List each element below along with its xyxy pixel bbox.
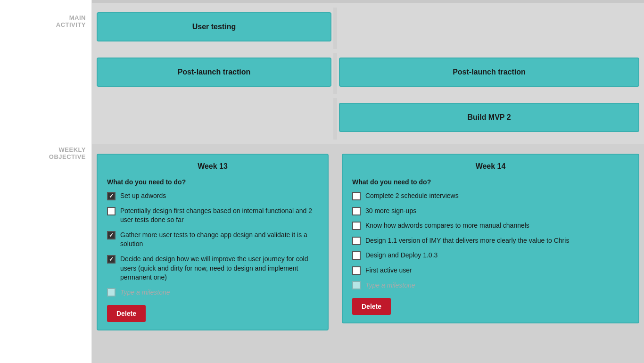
- week13-what-label: What do you need to do?: [107, 178, 318, 186]
- task-checkbox[interactable]: [107, 231, 116, 239]
- list-item[interactable]: Design and Deploy 1.0.3: [352, 251, 629, 260]
- task-checkbox[interactable]: [107, 255, 116, 264]
- week13-task-list: Set up adwords Potentially design first …: [107, 191, 318, 282]
- main-activity-label: MAIN ACTIVITY: [0, 0, 91, 132]
- milestone-checkbox[interactable]: [352, 281, 361, 289]
- week13-column: Week 13 What do you need to do? Set up a…: [92, 149, 333, 335]
- week13-milestone-input[interactable]: Type a milestone: [120, 289, 170, 296]
- week14-title: Week 14: [352, 162, 629, 171]
- weekly-objective-label: WEEKLY OBJECTIVE: [0, 132, 91, 363]
- task-checkbox[interactable]: [107, 192, 116, 200]
- task-checkbox[interactable]: [107, 207, 116, 215]
- list-item[interactable]: Potentially design first changes based o…: [107, 206, 318, 225]
- week14-what-label: What do you need to do?: [352, 178, 629, 186]
- build-mvp2-card[interactable]: Build MVP 2: [339, 103, 639, 132]
- week13-title: Week 13: [107, 162, 318, 171]
- list-item[interactable]: Know how adwords compares to more manual…: [352, 221, 629, 231]
- week14-milestone-row: Type a milestone: [352, 281, 629, 289]
- list-item[interactable]: Design 1.1 version of IMY that delivers …: [352, 236, 629, 246]
- list-item[interactable]: Set up adwords: [107, 191, 318, 201]
- list-item[interactable]: Gather more user tests to change app des…: [107, 231, 318, 249]
- weekly-objective-row: Week 13 What do you need to do? Set up a…: [92, 144, 644, 363]
- list-item[interactable]: Complete 2 schedule interviews: [352, 191, 629, 201]
- task-checkbox[interactable]: [352, 251, 361, 260]
- user-testing-card[interactable]: User testing: [97, 12, 331, 41]
- milestone-checkbox[interactable]: [107, 288, 116, 297]
- list-item[interactable]: First active user: [352, 266, 629, 275]
- week13-milestone-row: Type a milestone: [107, 288, 318, 297]
- list-item[interactable]: 30 more sign-ups: [352, 206, 629, 216]
- main-activity-row: User testing Post-launch traction: [92, 3, 644, 144]
- task-checkbox[interactable]: [352, 266, 361, 275]
- task-checkbox[interactable]: [352, 222, 361, 230]
- week14-card: Week 14 What do you need to do? Complete…: [342, 154, 639, 323]
- week14-milestone-input[interactable]: Type a milestone: [365, 281, 415, 289]
- week14-task-list: Complete 2 schedule interviews 30 more s…: [352, 191, 629, 275]
- week13-card: Week 13 What do you need to do? Set up a…: [97, 154, 329, 330]
- post-launch-card[interactable]: Post-launch traction: [97, 58, 331, 87]
- list-item[interactable]: Decide and design how we will improve th…: [107, 255, 318, 282]
- week14-delete-button[interactable]: Delete: [352, 298, 391, 315]
- post-launch-card-right[interactable]: Post-launch traction: [339, 58, 639, 87]
- week14-column: Week 14 What do you need to do? Complete…: [337, 149, 644, 328]
- task-checkbox[interactable]: [352, 237, 361, 245]
- task-checkbox[interactable]: [352, 207, 361, 215]
- week13-delete-button[interactable]: Delete: [107, 305, 146, 322]
- task-checkbox[interactable]: [352, 192, 361, 200]
